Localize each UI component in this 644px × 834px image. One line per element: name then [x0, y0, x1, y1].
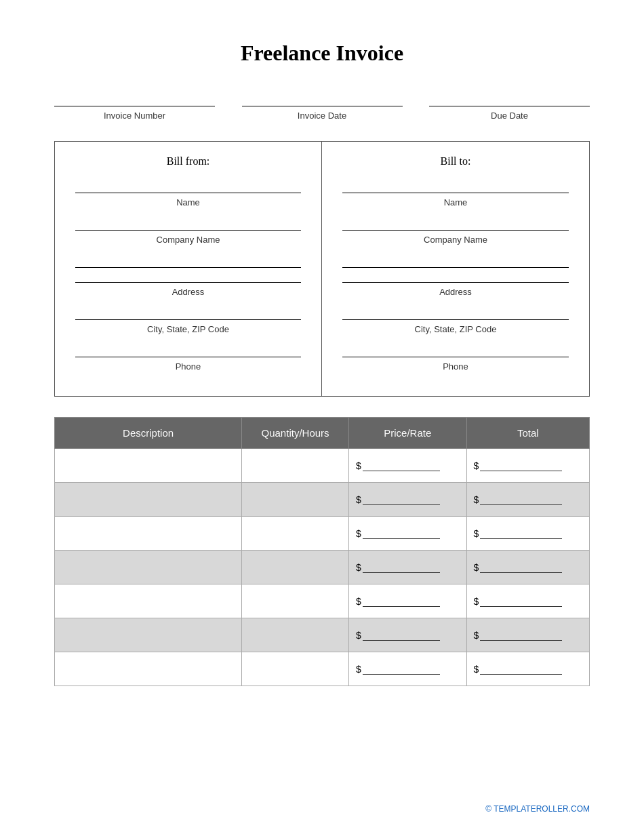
price-cell[interactable]: $: [348, 517, 466, 551]
description-cell[interactable]: [55, 551, 242, 584]
to-phone-line[interactable]: [342, 345, 569, 357]
due-date-label: Due Date: [491, 111, 528, 121]
invoice-date-line[interactable]: [242, 93, 403, 106]
to-name-line[interactable]: [342, 181, 569, 193]
table-row: $ $: [55, 517, 590, 551]
to-city-line[interactable]: [342, 308, 569, 320]
col-quantity: Quantity/Hours: [242, 418, 349, 449]
from-address-label: Address: [75, 287, 301, 297]
currency-symbol: $: [356, 528, 361, 539]
col-price: Price/Rate: [348, 418, 466, 449]
from-company-line[interactable]: [75, 218, 301, 231]
invoice-date-field: Invoice Date: [242, 93, 403, 121]
description-cell[interactable]: [55, 584, 242, 618]
invoice-number-line[interactable]: [54, 93, 215, 106]
from-address-line1[interactable]: [75, 256, 301, 268]
from-phone-label: Phone: [176, 361, 201, 372]
to-address-line1[interactable]: [342, 256, 569, 268]
quantity-cell[interactable]: [242, 483, 349, 517]
quantity-cell[interactable]: [242, 618, 349, 652]
total-cell[interactable]: $: [466, 584, 589, 618]
price-cell[interactable]: $: [348, 584, 466, 618]
footer-text: © TEMPLATEROLLER.COM: [485, 804, 590, 814]
from-phone-field: Phone: [75, 345, 301, 372]
table-row: $ $: [55, 652, 590, 686]
to-name-field: Name: [342, 181, 569, 207]
currency-symbol: $: [356, 664, 361, 675]
bill-to-column: Bill to: Name Company Name Address City,…: [322, 142, 589, 396]
price-cell[interactable]: $: [348, 618, 466, 652]
currency-symbol: $: [474, 562, 479, 573]
quantity-cell[interactable]: [242, 584, 349, 618]
table-row: $ $: [55, 449, 590, 483]
from-city-field: City, State, ZIP Code: [75, 308, 301, 334]
currency-symbol: $: [356, 562, 361, 573]
price-cell[interactable]: $: [348, 483, 466, 517]
to-name-label: Name: [444, 197, 468, 207]
from-address-field: Address: [75, 256, 301, 297]
total-cell[interactable]: $: [466, 483, 589, 517]
to-company-line[interactable]: [342, 218, 569, 231]
from-city-line[interactable]: [75, 308, 301, 320]
invoice-meta: Invoice Number Invoice Date Due Date: [54, 93, 590, 121]
to-company-label: Company Name: [424, 235, 487, 245]
bill-from-column: Bill from: Name Company Name Address Cit…: [55, 142, 322, 396]
col-description: Description: [55, 418, 242, 449]
currency-symbol: $: [356, 596, 361, 607]
from-name-field: Name: [75, 181, 301, 207]
description-cell[interactable]: [55, 483, 242, 517]
total-cell[interactable]: $: [466, 449, 589, 483]
from-address-line2[interactable]: [75, 271, 301, 283]
from-name-line[interactable]: [75, 181, 301, 193]
quantity-cell[interactable]: [242, 551, 349, 584]
from-company-field: Company Name: [75, 218, 301, 245]
description-cell[interactable]: [55, 618, 242, 652]
currency-symbol: $: [474, 494, 479, 505]
invoice-date-label: Invoice Date: [298, 111, 346, 121]
billing-section: Bill from: Name Company Name Address Cit…: [54, 141, 590, 397]
to-phone-label: Phone: [443, 361, 468, 372]
from-phone-line[interactable]: [75, 345, 301, 357]
due-date-line[interactable]: [429, 93, 590, 106]
table-header-row: Description Quantity/Hours Price/Rate To…: [55, 418, 590, 449]
currency-symbol: $: [474, 460, 479, 471]
to-address-line2[interactable]: [342, 271, 569, 283]
to-company-field: Company Name: [342, 218, 569, 245]
description-cell[interactable]: [55, 449, 242, 483]
bill-to-header: Bill to:: [342, 155, 569, 167]
quantity-cell[interactable]: [242, 652, 349, 686]
page-title: Freelance Invoice: [54, 41, 590, 66]
items-table: Description Quantity/Hours Price/Rate To…: [54, 417, 590, 686]
currency-symbol: $: [474, 664, 479, 675]
to-city-field: City, State, ZIP Code: [342, 308, 569, 334]
price-cell[interactable]: $: [348, 551, 466, 584]
price-cell[interactable]: $: [348, 449, 466, 483]
from-city-label: City, State, ZIP Code: [147, 324, 229, 334]
currency-symbol: $: [356, 630, 361, 641]
table-row: $ $: [55, 584, 590, 618]
to-phone-field: Phone: [342, 345, 569, 372]
description-cell[interactable]: [55, 652, 242, 686]
table-row: $ $: [55, 483, 590, 517]
currency-symbol: $: [356, 460, 361, 471]
currency-symbol: $: [474, 528, 479, 539]
to-address-field: Address: [342, 256, 569, 297]
from-name-label: Name: [176, 197, 200, 207]
from-company-label: Company Name: [157, 235, 220, 245]
total-cell[interactable]: $: [466, 517, 589, 551]
quantity-cell[interactable]: [242, 517, 349, 551]
table-row: $ $: [55, 551, 590, 584]
quantity-cell[interactable]: [242, 449, 349, 483]
currency-symbol: $: [356, 494, 361, 505]
footer-credit: © TEMPLATEROLLER.COM: [485, 804, 590, 814]
invoice-number-label: Invoice Number: [104, 111, 165, 121]
currency-symbol: $: [474, 630, 479, 641]
col-total: Total: [466, 418, 589, 449]
total-cell[interactable]: $: [466, 618, 589, 652]
description-cell[interactable]: [55, 517, 242, 551]
invoice-page: Freelance Invoice Invoice Number Invoice…: [0, 0, 644, 834]
total-cell[interactable]: $: [466, 652, 589, 686]
total-cell[interactable]: $: [466, 551, 589, 584]
price-cell[interactable]: $: [348, 652, 466, 686]
to-address-label: Address: [342, 287, 569, 297]
